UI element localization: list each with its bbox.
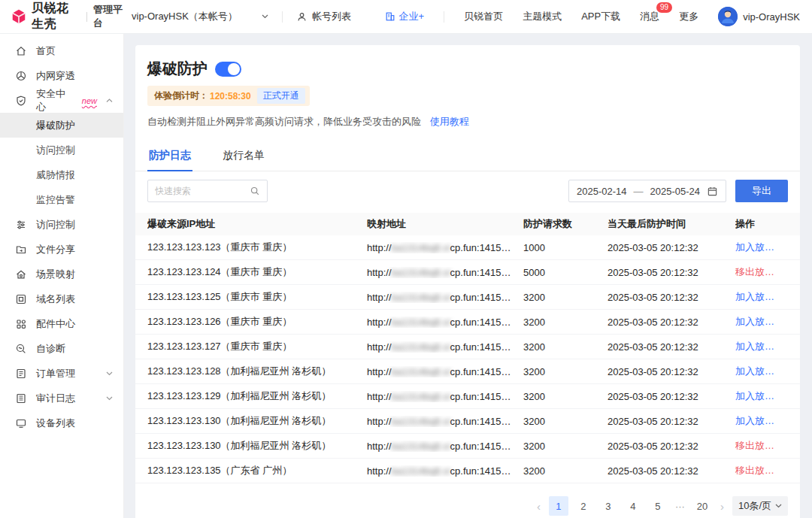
whitelist-action-link[interactable]: 移出放行名单 (735, 265, 788, 279)
page-title: 爆破防护 (147, 59, 208, 79)
nav-app-download-link[interactable]: APP下载 (581, 10, 620, 23)
tutorial-link[interactable]: 使用教程 (430, 116, 469, 127)
brand-name: 贝锐花生壳 (32, 1, 80, 32)
activate-link[interactable]: 正式开通 (257, 88, 305, 104)
sidebar-item-brute-force[interactable]: 爆破防护 (0, 113, 123, 138)
sidebar-item-label: 设备列表 (36, 417, 75, 430)
whitelist-action-link[interactable]: 移出放行名单 (735, 464, 788, 477)
date-range-picker[interactable]: 2025-02-14 — 2025-05-24 (568, 180, 726, 202)
page-number-button[interactable]: 5 (648, 496, 668, 516)
brand-platform: 管理平台 (93, 3, 124, 30)
last-protect-time-cell: 2025-03-05 20:12:32 (607, 391, 735, 402)
chevron-down-icon (775, 504, 782, 508)
mapped-address-cell: http://ba1314bq8.vicp.fun:14151… (367, 267, 523, 278)
sidebar-item-audit-log[interactable]: 审计日志 (0, 386, 123, 410)
last-protect-time-cell: 2025-03-05 20:12:32 (607, 465, 735, 477)
whitelist-action-link[interactable]: 加入放行名单 (735, 241, 788, 254)
page-number-button[interactable]: 2 (574, 496, 593, 516)
table-row: 123.123.123.130（加利福尼亚州 洛杉矶） http://ba131… (135, 409, 800, 434)
top-bar: 贝锐花生壳 管理平台 vip-OrayHSK（本帐号） 帐号列表 企业+ 贝锐首… (0, 0, 812, 34)
sidebar-item-monitor-alert[interactable]: 监控告警 (0, 187, 123, 212)
sidebar-item-threat-intel[interactable]: 威胁情报 (0, 162, 123, 187)
search-input[interactable] (155, 186, 250, 196)
whitelist-action-link[interactable]: 移出放行名单 (735, 439, 788, 453)
source-ip-cell: 123.123.123.126（重庆市 重庆） (147, 315, 367, 329)
sidebar-item-access-control[interactable]: 访问控制 (0, 212, 123, 237)
sidebar-item-file-share[interactable]: 文件分享 (0, 237, 123, 262)
sidebar-item-security-center[interactable]: 安全中心 new (0, 88, 123, 113)
sidebar-item-self-diagnosis[interactable]: 自诊断 (0, 336, 123, 361)
sidebar-item-domain-list[interactable]: 域名列表 (0, 286, 123, 311)
request-count-cell: 3200 (523, 292, 607, 303)
sidebar-item-label: 访问控制 (36, 218, 75, 232)
request-count-cell: 3200 (523, 441, 607, 452)
table-row: 123.123.123.126（重庆市 重庆） http://ba1314bq8… (135, 310, 800, 335)
table-row: 123.123.123.127（重庆市 重庆） http://ba1314bq8… (135, 335, 800, 359)
enterprise-plus-link[interactable]: 企业+ (385, 10, 425, 23)
whitelist-action-link[interactable]: 加入放行名单 (735, 340, 788, 353)
sidebar-item-accessories[interactable]: 配件中心 (0, 311, 123, 336)
nav-messages-link[interactable]: 消息 99 (640, 10, 659, 23)
page-number-button[interactable]: 1 (549, 496, 568, 516)
search-box[interactable] (147, 180, 268, 202)
sidebar-item-label: 文件分享 (36, 243, 75, 256)
page-number-button[interactable]: 4 (623, 496, 643, 516)
sidebar-item-access-control-sub[interactable]: 访问控制 (0, 138, 123, 162)
sidebar-item-label: 场景映射 (36, 268, 75, 281)
whitelist-action-link[interactable]: 加入放行名单 (735, 315, 788, 329)
pagination: ‹ 1 2 3 4 5 ··· 20 › 10条/页 (135, 483, 800, 516)
sidebar-item-nat[interactable]: 内网穿透 (0, 63, 123, 88)
whitelist-action-link[interactable]: 加入放行名单 (735, 365, 788, 378)
request-count-cell: 1000 (523, 242, 607, 253)
redacted-host: ba1314bq8.vi (392, 341, 450, 353)
last-protect-time-cell: 2025-03-05 20:12:32 (607, 267, 735, 278)
account-list-button[interactable]: 帐号列表 (296, 10, 351, 23)
search-icon[interactable] (250, 186, 260, 196)
request-count-cell: 3200 (523, 341, 607, 353)
export-button[interactable]: 导出 (735, 180, 788, 202)
next-page-button[interactable]: › (717, 500, 727, 513)
mapped-address-cell: http://ba1314bq8.vicp.fun:14151… (367, 465, 523, 477)
new-badge: new (82, 96, 97, 105)
nav-more-link[interactable]: 更多 (679, 10, 698, 23)
tab-whitelist[interactable]: 放行名单 (221, 143, 266, 171)
mapped-address-cell: http://ba1314bq8.vicp.fun:14151… (367, 366, 523, 377)
nav-home-link[interactable]: 贝锐首页 (464, 10, 503, 23)
whitelist-action-link[interactable]: 加入放行名单 (735, 389, 788, 403)
sidebar-item-device-list[interactable]: 设备列表 (0, 410, 123, 435)
sidebar-item-label: 首页 (36, 44, 56, 58)
date-from: 2025-02-14 (577, 186, 627, 197)
sidebar-item-label: 威胁情报 (36, 168, 75, 182)
table-row: 123.123.123.128（加利福尼亚州 洛杉矶） http://ba131… (135, 359, 800, 384)
scene-mapping-icon (15, 268, 27, 280)
mapped-address-cell: http://ba1314bq8.vicp.fun:14151… (367, 341, 523, 353)
order-icon (15, 368, 27, 380)
sidebar: 首页 内网穿透 安全中心 new 爆破防护 访问控制 威胁情报 监控告警 访问控… (0, 34, 124, 518)
last-protect-time-cell: 2025-03-05 20:12:32 (607, 416, 735, 427)
topbar-divider (282, 11, 283, 23)
account-selector[interactable]: vip-OrayHSK（本帐号） (132, 10, 268, 23)
mapped-address-cell: http://ba1314bq8.vicp.fun:14151… (367, 391, 523, 402)
avatar (718, 7, 738, 26)
sidebar-item-order-management[interactable]: 订单管理 (0, 361, 123, 386)
page-size-select[interactable]: 10条/页 (732, 496, 788, 516)
sliders-icon (15, 219, 27, 231)
protection-toggle[interactable] (215, 62, 241, 77)
prev-page-button[interactable]: ‹ (534, 500, 544, 513)
user-menu[interactable]: vip-OrayHSK (718, 7, 800, 26)
sidebar-item-home[interactable]: 首页 (0, 38, 123, 63)
source-ip-cell: 123.123.123.129（加利福尼亚州 洛杉矶） (147, 389, 367, 403)
sidebar-item-scene-mapping[interactable]: 场景映射 (0, 262, 123, 286)
account-list-label: 帐号列表 (312, 10, 351, 23)
sidebar-item-label: 审计日志 (36, 392, 75, 405)
whitelist-action-link[interactable]: 加入放行名单 (735, 414, 788, 428)
mapped-address-cell: http://ba1314bq8.vicp.fun:14151… (367, 292, 523, 303)
tab-protection-log[interactable]: 防护日志 (147, 143, 192, 171)
whitelist-action-link[interactable]: 加入放行名单 (735, 290, 788, 304)
chevron-down-icon (106, 371, 113, 376)
nav-theme-link[interactable]: 主题模式 (523, 10, 562, 23)
page-number-button[interactable]: 3 (598, 496, 618, 516)
hero-section: 爆破防护 体验倒计时： 120:58:30 正式开通 自动检测并阻止外网异常高频… (135, 45, 800, 129)
topbar-right: 企业+ 贝锐首页 主题模式 APP下载 消息 99 更多 vip-OrayHSK (385, 7, 812, 26)
page-number-button[interactable]: 20 (692, 496, 712, 516)
